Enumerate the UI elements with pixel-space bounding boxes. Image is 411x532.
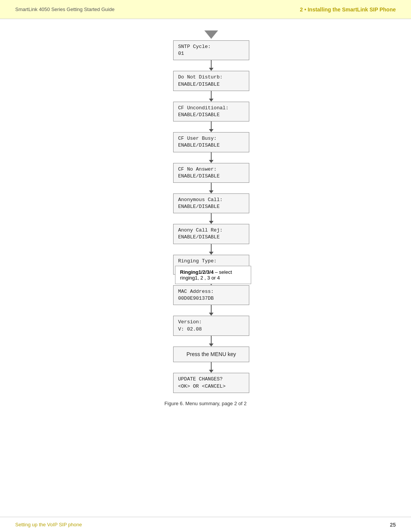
flowbox-sntp-line1: SNTP Cycle: [178, 44, 211, 50]
flowbox-anon-rej-line1: Anony Call Rej: [178, 227, 223, 233]
anon-rej-row: Anony Call Rej: ENABLE/DISABLE [173, 224, 249, 244]
header-left-text: SmartLink 4050 Series Getting Started Gu… [15, 6, 115, 12]
arrow-7 [209, 244, 213, 255]
header-right-text: 2 • Installing the SmartLink SIP Phone [300, 6, 396, 13]
arrow-1 [209, 60, 213, 71]
top-arrow [204, 30, 218, 39]
arrow-4 [209, 152, 213, 163]
arrow-2 [209, 91, 213, 102]
figure-caption: Figure 6. Menu summary, page 2 of 2 [72, 401, 339, 406]
flowbox-cf-no-answer: CF No Answer: ENABLE/DISABLE [173, 163, 249, 183]
flowbox-version-line1: Version: [178, 319, 202, 325]
footer-left-text: Setting up the VoIP SIP phone [15, 522, 82, 527]
down-arrow-icon [204, 30, 218, 39]
diagram-area: SNTP Cycle: 01 Do Not Disturb: ENABLE/DI… [72, 30, 339, 406]
page-footer: Setting up the VoIP SIP phone 25 [0, 517, 411, 532]
flowbox-update: UPDATE CHANGES? <OK> OR <CANCEL> [173, 373, 249, 393]
flowbox-sntp-line2: 01 [178, 51, 184, 56]
arrow-11 [209, 362, 213, 373]
footer-right-text: 25 [390, 522, 396, 528]
flowbox-dnd-line2: ENABLE/DISABLE [178, 81, 220, 87]
flowbox-cf-busy-line1: CF User Busy: [178, 136, 217, 141]
flowbox-cf-no-answer-line1: CF No Answer: [178, 166, 217, 172]
arrow-5 [209, 183, 213, 193]
flowbox-dnd: Do Not Disturb: ENABLE/DISABLE [173, 71, 249, 91]
flowchart: SNTP Cycle: 01 Do Not Disturb: ENABLE/DI… [84, 30, 339, 393]
flowbox-ringing-type-line1: Ringing Type: [178, 258, 217, 264]
flowbox-mac-line2: 00D0E90137DB [178, 296, 214, 301]
flowbox-version-line2: V: 02.08 [178, 326, 202, 332]
main-content: SNTP Cycle: 01 Do Not Disturb: ENABLE/DI… [0, 19, 411, 517]
flowbox-menu-key: Press the MENU key [173, 347, 249, 363]
arrow-9 [209, 305, 213, 316]
flowbox-cf-uncond-line2: ENABLE/DISABLE [178, 112, 220, 118]
flowbox-update-line2: <OK> OR <CANCEL> [178, 383, 226, 389]
flowbox-anon-rej-line2: ENABLE/DISABLE [178, 234, 220, 240]
flowbox-update-line1: UPDATE CHANGES? [178, 376, 223, 382]
flowbox-cf-busy: CF User Busy: ENABLE/DISABLE [173, 132, 249, 152]
flowbox-sntp: SNTP Cycle: 01 [173, 40, 249, 60]
flowbox-cf-busy-line2: ENABLE/DISABLE [178, 142, 220, 148]
flowbox-cf-no-answer-line2: ENABLE/DISABLE [178, 173, 220, 179]
arrow-6 [209, 213, 213, 224]
page-header: SmartLink 4050 Series Getting Started Gu… [0, 0, 411, 19]
flowbox-anon-call-line2: ENABLE/DISABLE [178, 204, 220, 209]
flowbox-menu-key-text: Press the MENU key [186, 351, 236, 357]
flowbox-anon-call: Anonymous Call: ENABLE/DISABLE [173, 193, 249, 213]
arrow-3 [209, 121, 213, 132]
arrow-10 [209, 336, 213, 347]
flowbox-anon-rej: Anony Call Rej: ENABLE/DISABLE [173, 224, 249, 244]
flowbox-mac: MAC Address: 00D0E90137DB [173, 285, 249, 305]
flowbox-anon-call-line1: Anonymous Call: [178, 197, 223, 203]
flowbox-mac-line1: MAC Address: [178, 289, 214, 294]
flowbox-cf-uncond: CF Unconditional: ENABLE/DISABLE [173, 102, 249, 121]
flowbox-cf-uncond-line1: CF Unconditional: [178, 105, 229, 111]
flowbox-dnd-line1: Do Not Disturb: [178, 74, 223, 80]
side-note-bold: Ringing1/2/3/4 [180, 269, 213, 275]
side-note-ringing: Ringing1/2/3/4 – select ringing1, 2 , 3 … [175, 266, 251, 284]
flowbox-version: Version: V: 02.08 [173, 316, 249, 335]
